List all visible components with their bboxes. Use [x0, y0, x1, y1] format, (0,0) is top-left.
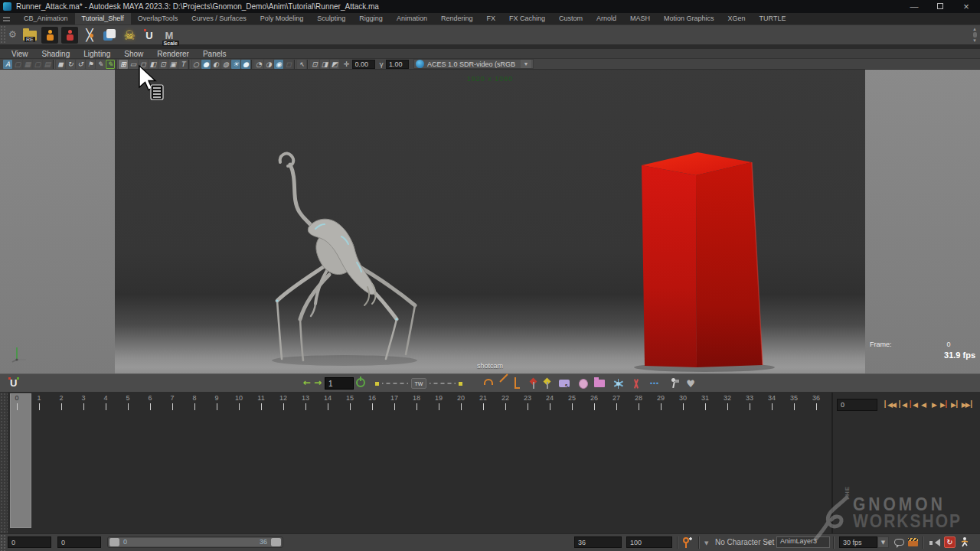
go-to-end-button[interactable]: ▶▶| [961, 398, 975, 411]
gamma-field[interactable] [386, 60, 409, 69]
camera-attributes-icon[interactable]: ▦ [23, 60, 32, 69]
timeline-tick[interactable]: 34 [764, 394, 779, 410]
select-camera-icon[interactable]: A [3, 60, 12, 69]
shelf-tab[interactable]: Sculpting [310, 13, 352, 24]
timeline-tick[interactable]: 33 [742, 394, 757, 410]
timeline-tick[interactable]: 18 [409, 394, 424, 410]
timeline-tick[interactable]: 31 [697, 394, 713, 410]
xray-icon[interactable]: ◨ [320, 60, 329, 69]
shelf-tab[interactable]: Custom [552, 13, 590, 24]
timeline-tick[interactable]: 17 [387, 394, 402, 410]
current-time-field[interactable] [837, 399, 877, 411]
range-bar[interactable] [119, 538, 271, 546]
folder-tool-icon[interactable] [593, 377, 606, 390]
gear-icon[interactable]: ⚙ [8, 29, 17, 40]
playback-range-slider[interactable]: 0 36 [107, 536, 283, 548]
timeline-tick[interactable]: 2 [54, 394, 69, 410]
comment-bubble-icon[interactable] [894, 539, 904, 546]
timeline-tick[interactable]: 16 [364, 394, 380, 410]
character-camera-icon[interactable] [668, 377, 680, 390]
timeline-tick[interactable]: 21 [475, 394, 491, 410]
resolution-gate-icon[interactable]: ◻ [139, 60, 148, 69]
power-toggle-icon[interactable] [356, 378, 365, 387]
red-box-object[interactable] [634, 152, 775, 372]
select-object-icon[interactable]: ↖ [297, 60, 306, 69]
timeline-tick[interactable]: 3 [76, 394, 91, 410]
playblast-clapper-icon[interactable] [908, 538, 918, 546]
annotate-pencil-icon[interactable]: ✎ [106, 60, 115, 69]
timeline-tick[interactable]: 25 [564, 394, 580, 410]
range-end-handle[interactable] [271, 538, 281, 546]
timeline-tick[interactable]: 9 [209, 394, 224, 410]
fps-selector[interactable]: 30 fps [839, 536, 877, 548]
exposure-field[interactable] [352, 60, 375, 69]
red-keyframe-icon[interactable] [530, 379, 537, 389]
tween-dots[interactable] [382, 382, 408, 385]
shelf-duplicate-button[interactable] [100, 26, 119, 44]
auto-key-toggle[interactable]: ↻ [944, 536, 956, 548]
shelf-scale-tool-button[interactable]: MScale [160, 26, 178, 44]
timeline-tick[interactable]: 35 [786, 394, 802, 410]
timeline-grip[interactable] [0, 393, 8, 533]
playback-start-field[interactable] [57, 536, 101, 548]
shelf-tab[interactable]: XGen [721, 13, 753, 24]
previous-key-icon[interactable]: ← [303, 377, 311, 388]
scene-canvas[interactable] [115, 70, 865, 373]
timeline-tick[interactable]: 20 [453, 394, 469, 410]
shelf-character-red-button[interactable] [60, 26, 79, 44]
depth-of-field-icon[interactable]: ◻ [284, 60, 293, 69]
panel-menu-item[interactable]: View [5, 49, 35, 58]
timeline-tick[interactable]: 7 [165, 394, 180, 410]
shelf-scrollbar[interactable] [973, 32, 977, 37]
shelf-tab[interactable]: Motion Graphics [657, 13, 721, 24]
shelf-tab[interactable]: TURTLE [753, 13, 793, 24]
shelf-scroll-down-icon[interactable]: ▼ [972, 38, 977, 43]
playback-end-field[interactable] [574, 536, 622, 548]
timeline-tick[interactable]: 36 [808, 394, 824, 410]
title-bar[interactable]: Runner_Attack.ma* - Autodesk MAYA 2023.3… [0, 0, 980, 13]
shelf-tab[interactable]: Tutorial_Shelf [75, 13, 131, 24]
shelf-tab[interactable]: OverlapTools [131, 13, 185, 24]
wireframe-icon[interactable]: ○ [191, 60, 201, 69]
timeline-tick[interactable]: 23 [520, 394, 535, 410]
timeline-tick[interactable]: 27 [609, 394, 624, 410]
timeline-tick[interactable]: 4 [98, 394, 113, 410]
timeline-tick[interactable]: 6 [142, 394, 158, 410]
step-back-key-button[interactable]: |◀ [907, 398, 917, 411]
ambient-occlusion-icon[interactable]: ◔ [254, 60, 263, 69]
tween-slider[interactable]: TW [375, 377, 476, 390]
timeline-tick[interactable]: 8 [187, 394, 202, 410]
anti-aliasing-icon[interactable]: ◉ [274, 60, 283, 69]
gate-mask-icon[interactable]: ◧ [149, 60, 158, 69]
minimize-icon[interactable]: — [908, 0, 920, 13]
audio-speaker-icon[interactable] [929, 539, 940, 547]
timeline-tick[interactable]: 0 [9, 394, 24, 410]
animation-preferences-icon[interactable] [959, 536, 970, 548]
step-forward-key-button[interactable]: ▶| [939, 398, 949, 411]
video-camera-icon[interactable]: ◼ [56, 60, 65, 69]
yellow-keyframe-icon[interactable] [544, 379, 551, 389]
set-key-icon[interactable] [681, 536, 693, 549]
step-back-frame-button[interactable]: |◀ [897, 398, 906, 411]
panel-menu-item[interactable]: Show [117, 49, 150, 58]
chevron-down-icon[interactable]: ▼ [704, 540, 708, 546]
isolate-select-icon[interactable]: ⊡ [310, 60, 319, 69]
more-options-icon[interactable]: ⋯ [648, 377, 661, 390]
pliers-tool-icon[interactable] [629, 377, 642, 390]
favorites-heart-icon[interactable]: ♥ [684, 377, 697, 390]
shelf-tab[interactable]: FX Caching [502, 13, 552, 24]
shelf-motion-trail-button[interactable]: ╳ [80, 26, 99, 44]
tween-button[interactable]: TW [411, 378, 426, 389]
timeline-tick[interactable]: 13 [298, 394, 313, 410]
bookmarks-icon[interactable]: ▢ [33, 60, 42, 69]
timeline-tick[interactable]: 28 [631, 394, 646, 410]
image-plane-icon[interactable]: ▤ [43, 60, 52, 69]
motion-blur-icon[interactable]: ◑ [264, 60, 273, 69]
maximize-icon[interactable] [934, 0, 946, 13]
shelf-tab[interactable]: CB_Animation [17, 13, 75, 24]
play-forwards-button[interactable]: ▶ [929, 398, 939, 411]
pan-zoom-icon[interactable]: ↻ [66, 60, 75, 69]
character-set-selector[interactable]: No Character Set [715, 538, 774, 546]
shelf-grip[interactable] [0, 25, 5, 44]
select-region-tool-icon[interactable] [558, 377, 570, 390]
